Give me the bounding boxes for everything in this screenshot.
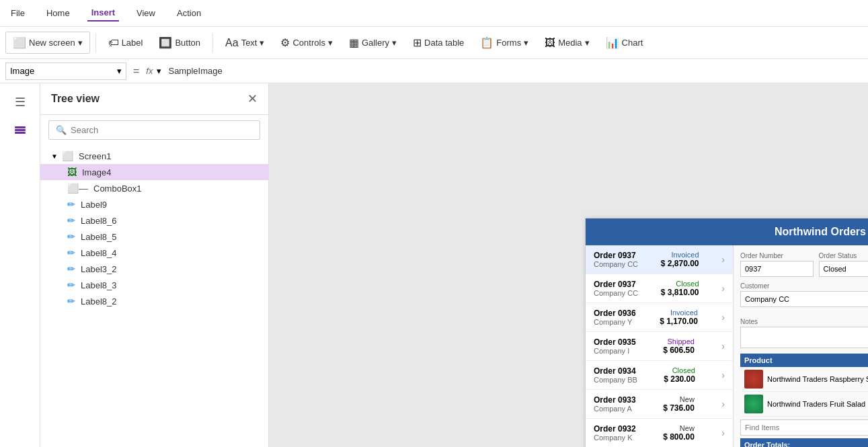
table-row[interactable]: Northwind Traders Raspberry Spread 90 $ …: [740, 367, 868, 392]
list-item[interactable]: Order 0932 Company K New $ 800.00 ›: [586, 419, 733, 447]
app-body: Order 0937 Company CC Invoiced $ 2,870.0…: [586, 245, 868, 447]
collapse-icon[interactable]: ▼: [51, 153, 59, 160]
order-status-value: Closed: [824, 265, 846, 273]
order-totals: Order Totals: 130 $3,810.00: [740, 438, 868, 447]
menu-file[interactable]: File: [7, 5, 29, 21]
left-sidebar: ☰: [0, 83, 40, 447]
company-name: Company CC: [594, 260, 638, 268]
tree-item-label82[interactable]: ✏ Label8_2: [40, 293, 268, 309]
tree-item-label: Label8_2: [81, 296, 117, 307]
sidebar-layers-icon[interactable]: [7, 116, 34, 143]
button-icon: 🔲: [159, 36, 172, 49]
product-name: Northwind Traders Raspberry Spread: [767, 375, 868, 383]
new-screen-button[interactable]: ⬜ New screen ▾: [5, 32, 90, 54]
gallery-button[interactable]: ▦ Gallery ▾: [342, 32, 403, 53]
notes-field: Notes: [740, 318, 868, 348]
app-container: Northwind Orders 🗑 ＋ ✕ ✓ Order 0937 C: [585, 218, 868, 447]
tree-item-label9[interactable]: ✏ Label9: [40, 196, 268, 212]
data-table-icon: ⊞: [413, 36, 422, 49]
list-item[interactable]: Order 0936 Company Y Invoiced $ 1,170.00…: [586, 303, 733, 332]
chevron-right-icon: ›: [721, 283, 725, 294]
menu-home[interactable]: Home: [42, 5, 74, 21]
customer-input[interactable]: Company CC ▾: [740, 291, 868, 307]
list-item[interactable]: Order 0935 Company I Shipped $ 606.50 ›: [586, 332, 733, 361]
amount-label: $ 230.00: [664, 374, 695, 384]
notes-label: Notes: [740, 318, 868, 325]
notes-input[interactable]: [740, 327, 868, 348]
tree-content: ▼ ⬜ Screen1 🖼 Image4 ⬜— ComboBox1 ✏ Labe…: [40, 145, 268, 447]
controls-button[interactable]: ⚙ Controls ▾: [274, 32, 339, 53]
tree-header: Tree view ✕: [40, 83, 268, 115]
order-number-value: 0937: [745, 265, 761, 273]
tree-item-label32[interactable]: ✏ Label3_2: [40, 261, 268, 277]
menu-insert[interactable]: Insert: [87, 5, 119, 22]
tree-item-screen1[interactable]: ▼ ⬜ Screen1: [40, 148, 268, 164]
detail-row-2: Customer Company CC ▾ Employee Rossi: [740, 282, 868, 313]
list-item[interactable]: Order 0937 Company CC Invoiced $ 2,870.0…: [586, 245, 733, 274]
forms-icon: 📋: [480, 36, 494, 49]
chart-button[interactable]: 📊 Chart: [599, 32, 650, 53]
amount-label: $ 736.00: [663, 403, 695, 413]
search-input[interactable]: [71, 125, 253, 135]
menu-action[interactable]: Action: [173, 5, 205, 21]
text-button[interactable]: Aa Text ▾: [219, 33, 271, 53]
label-edit-icon: ✏: [67, 231, 75, 242]
label-edit-icon: ✏: [67, 263, 75, 274]
screen-icon: ⬜: [62, 151, 73, 161]
tree-item-label85[interactable]: ✏ Label8_5: [40, 229, 268, 245]
tree-close-button[interactable]: ✕: [247, 91, 258, 106]
tree-search[interactable]: 🔍: [48, 120, 260, 140]
amount-label: $ 800.00: [663, 432, 695, 442]
customer-field: Customer Company CC ▾: [740, 282, 868, 313]
order-name: Order 0934: [594, 366, 637, 376]
forms-button[interactable]: 📋 Forms ▾: [473, 32, 535, 53]
order-status-input[interactable]: Closed ▾: [819, 261, 869, 277]
tree-item-label: Image4: [82, 167, 111, 177]
amount-label: $ 3,810.00: [661, 288, 699, 297]
company-name: Company BB: [594, 376, 637, 384]
menu-view[interactable]: View: [132, 5, 159, 21]
tree-item-label83[interactable]: ✏ Label8_3: [40, 277, 268, 293]
company-name: Company CC: [594, 289, 638, 297]
media-icon: 🖼: [545, 37, 555, 49]
chevron-down-icon-controls: ▾: [328, 38, 333, 48]
status-label: Invoiced: [660, 309, 698, 317]
list-item[interactable]: Order 0937 Company CC Closed $ 3,810.00 …: [586, 274, 733, 303]
data-table-button[interactable]: ⊞ Data table: [406, 32, 471, 53]
order-number-label: Order Number: [740, 252, 814, 259]
order-number-input[interactable]: 0937: [740, 261, 814, 277]
chevron-down-icon: ▾: [78, 38, 83, 48]
tree-item-label: Label8_5: [81, 232, 117, 242]
order-name: Order 0936: [594, 309, 636, 318]
tree-item-label84[interactable]: ✏ Label8_4: [40, 245, 268, 261]
label-edit-icon: ✏: [67, 215, 75, 226]
find-items-input[interactable]: [740, 419, 868, 436]
controls-icon: ⚙: [280, 36, 290, 49]
app-detail: Order Number 0937 Order Status Closed ▾: [734, 245, 868, 447]
equals-sign: =: [130, 65, 142, 77]
company-name: Company K: [594, 434, 636, 442]
label-edit-icon: ✏: [67, 247, 75, 258]
order-name: Order 0932: [594, 424, 636, 434]
formula-value[interactable]: SampleImage: [165, 65, 863, 77]
tree-item-combobox1[interactable]: ⬜— ComboBox1: [40, 180, 268, 196]
list-item[interactable]: Order 0934 Company BB Closed $ 230.00 ›: [586, 361, 733, 390]
label-button[interactable]: 🏷 Label: [102, 33, 150, 53]
separator-1: [95, 34, 96, 52]
status-label: New: [663, 395, 695, 403]
list-item[interactable]: Order 0933 Company A New $ 736.00 ›: [586, 390, 733, 419]
label-icon: 🏷: [108, 37, 119, 49]
products-table: Product Quantity Unit Price Extended: [740, 354, 868, 417]
detail-row-1: Order Number 0937 Order Status Closed ▾: [740, 252, 868, 277]
sidebar-menu-icon[interactable]: ☰: [7, 89, 34, 116]
chevron-right-icon: ›: [721, 428, 725, 438]
tree-item-label: Label8_6: [81, 216, 117, 226]
table-row[interactable]: Northwind Traders Fruit Salad 40 $ 39.00…: [740, 392, 868, 417]
media-button[interactable]: 🖼 Media ▾: [538, 33, 596, 53]
find-items-row: ▾ ⚠ ⚠: [740, 419, 868, 436]
element-selector[interactable]: Image ▾: [5, 63, 126, 80]
tree-item-label86[interactable]: ✏ Label8_6: [40, 212, 268, 229]
button-button[interactable]: 🔲 Button: [152, 32, 207, 53]
tree-item-label: Screen1: [79, 151, 111, 161]
tree-item-image4[interactable]: 🖼 Image4: [40, 164, 268, 180]
